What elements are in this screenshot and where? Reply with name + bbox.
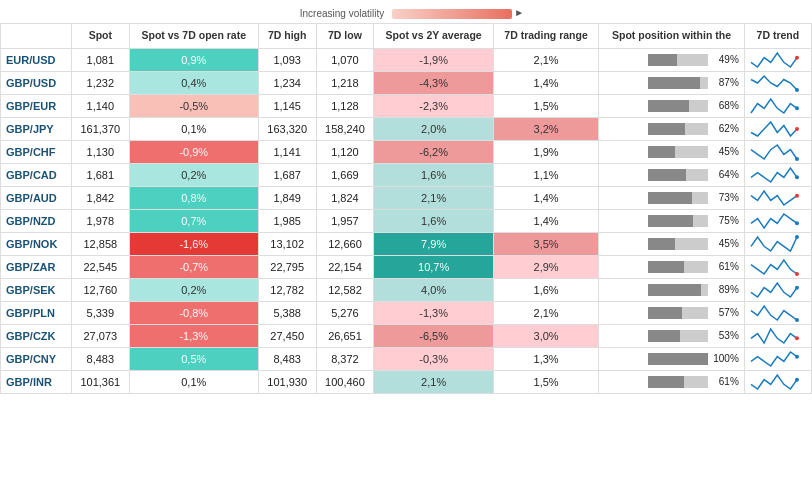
header-7d-low: 7D low <box>316 24 374 49</box>
cell-spot-position: 87% <box>599 71 745 94</box>
cell-pair: EUR/USD <box>1 48 72 71</box>
cell-spot: 12,760 <box>71 278 129 301</box>
cell-spot-vs-7d: 0,5% <box>129 347 258 370</box>
table-row: GBP/PLN5,339-0,8%5,3885,276-1,3%2,1%57% <box>1 301 812 324</box>
table-row: GBP/CZK27,073-1,3%27,45026,651-6,5%3,0%5… <box>1 324 812 347</box>
cell-spot: 1,232 <box>71 71 129 94</box>
cell-spot: 12,858 <box>71 232 129 255</box>
svg-point-4 <box>795 157 799 161</box>
table-row: GBP/NOK12,858-1,6%13,10212,6607,9%3,5%45… <box>1 232 812 255</box>
cell-7d-high: 1,849 <box>258 186 316 209</box>
cell-7d-low: 12,582 <box>316 278 374 301</box>
cell-spot-vs-7d: -0,9% <box>129 140 258 163</box>
table-row: GBP/EUR1,140-0,5%1,1451,128-2,3%1,5%68% <box>1 94 812 117</box>
cell-spot-position: 68% <box>599 94 745 117</box>
cell-7d-trend <box>744 370 811 393</box>
trend-sparkline <box>749 258 799 276</box>
trend-sparkline <box>749 212 799 230</box>
cell-spot-vs-7d: 0,2% <box>129 278 258 301</box>
cell-7d-high: 12,782 <box>258 278 316 301</box>
svg-point-0 <box>795 55 799 59</box>
trend-sparkline <box>749 143 799 161</box>
header-7d-high: 7D high <box>258 24 316 49</box>
spot-position-pct: 57% <box>711 307 739 318</box>
trend-sparkline <box>749 281 799 299</box>
cell-spot-vs-2y: -4,3% <box>374 71 494 94</box>
trend-sparkline <box>749 327 799 345</box>
cell-pair: GBP/ZAR <box>1 255 72 278</box>
spot-position-pct: 62% <box>711 123 739 134</box>
cell-trading-range: 1,4% <box>493 71 598 94</box>
trend-sparkline <box>749 304 799 322</box>
cell-spot-vs-7d: -1,6% <box>129 232 258 255</box>
cell-spot-position: 61% <box>599 370 745 393</box>
cell-7d-trend <box>744 324 811 347</box>
cell-7d-trend <box>744 301 811 324</box>
spot-position-pct: 100% <box>711 353 739 364</box>
cell-spot-position: 57% <box>599 301 745 324</box>
table-row: EUR/USD1,0810,9%1,0931,070-1,9%2,1%49% <box>1 48 812 71</box>
svg-point-12 <box>795 336 799 340</box>
svg-point-10 <box>795 285 799 289</box>
cell-spot-vs-2y: 2,0% <box>374 117 494 140</box>
cell-spot: 101,361 <box>71 370 129 393</box>
cell-pair: GBP/PLN <box>1 301 72 324</box>
cell-spot-position: 89% <box>599 278 745 301</box>
header-pair <box>1 24 72 49</box>
cell-spot-position: 53% <box>599 324 745 347</box>
cell-spot-vs-2y: -2,3% <box>374 94 494 117</box>
cell-pair: GBP/CHF <box>1 140 72 163</box>
cell-spot-vs-2y: 2,1% <box>374 186 494 209</box>
table-row: GBP/USD1,2320,4%1,2341,218-4,3%1,4%87% <box>1 71 812 94</box>
table-row: GBP/CNY8,4830,5%8,4838,372-0,3%1,3%100% <box>1 347 812 370</box>
cell-7d-low: 1,669 <box>316 163 374 186</box>
cell-7d-low: 158,240 <box>316 117 374 140</box>
trend-sparkline <box>749 120 799 138</box>
spot-position-pct: 49% <box>711 54 739 65</box>
header-spot: Spot <box>71 24 129 49</box>
cell-7d-high: 22,795 <box>258 255 316 278</box>
cell-spot: 8,483 <box>71 347 129 370</box>
cell-trading-range: 1,3% <box>493 347 598 370</box>
cell-7d-low: 1,128 <box>316 94 374 117</box>
cell-7d-low: 26,651 <box>316 324 374 347</box>
cell-trading-range: 3,0% <box>493 324 598 347</box>
table-row: GBP/AUD1,8420,8%1,8491,8242,1%1,4%73% <box>1 186 812 209</box>
cell-7d-high: 101,930 <box>258 370 316 393</box>
svg-point-5 <box>795 175 799 179</box>
cell-7d-trend <box>744 347 811 370</box>
spot-position-pct: 89% <box>711 284 739 295</box>
header-spot-7d: Spot vs 7D open rate <box>129 24 258 49</box>
cell-7d-high: 8,483 <box>258 347 316 370</box>
cell-spot-vs-7d: 0,8% <box>129 186 258 209</box>
spot-position-pct: 61% <box>711 376 739 387</box>
table-body: EUR/USD1,0810,9%1,0931,070-1,9%2,1%49%GB… <box>1 48 812 393</box>
cell-7d-high: 163,320 <box>258 117 316 140</box>
cell-spot-vs-7d: -0,7% <box>129 255 258 278</box>
cell-pair: GBP/USD <box>1 71 72 94</box>
trend-sparkline <box>749 97 799 115</box>
cell-pair: GBP/CAD <box>1 163 72 186</box>
svg-point-14 <box>795 377 799 381</box>
cell-spot: 22,545 <box>71 255 129 278</box>
table-row: GBP/NZD1,9780,7%1,9851,9571,6%1,4%75% <box>1 209 812 232</box>
cell-7d-low: 1,120 <box>316 140 374 163</box>
cell-7d-high: 5,388 <box>258 301 316 324</box>
cell-7d-low: 1,070 <box>316 48 374 71</box>
header-trading-range: 7D trading range <box>493 24 598 49</box>
svg-point-9 <box>795 272 799 276</box>
trend-sparkline <box>749 350 799 368</box>
cell-7d-high: 27,450 <box>258 324 316 347</box>
cell-pair: GBP/NOK <box>1 232 72 255</box>
cell-7d-trend <box>744 71 811 94</box>
spot-position-pct: 45% <box>711 238 739 249</box>
volatility-bar: Increasing volatility <box>0 0 812 23</box>
cell-spot-vs-7d: -0,5% <box>129 94 258 117</box>
cell-trading-range: 2,9% <box>493 255 598 278</box>
cell-spot-position: 75% <box>599 209 745 232</box>
svg-point-11 <box>795 318 799 322</box>
cell-pair: GBP/CNY <box>1 347 72 370</box>
cell-7d-low: 22,154 <box>316 255 374 278</box>
cell-spot-vs-7d: 0,2% <box>129 163 258 186</box>
cell-spot-vs-2y: -1,9% <box>374 48 494 71</box>
